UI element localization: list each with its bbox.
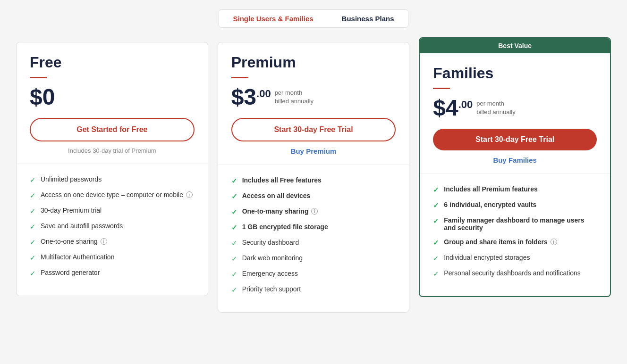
- cta-secondary-premium[interactable]: Buy Premium: [231, 147, 396, 155]
- feature-text: One-to-many sharingi: [242, 207, 318, 215]
- feature-item: ✓Security dashboard: [231, 239, 396, 248]
- feature-item: ✓Save and autofill passwords: [30, 222, 195, 231]
- feature-item: ✓Password generator: [30, 269, 195, 278]
- feature-text: Priority tech support: [242, 285, 301, 293]
- feature-text: 30-day Premium trial: [41, 207, 102, 214]
- info-icon[interactable]: i: [311, 208, 318, 215]
- plan-note-free: Includes 30-day trial of Premium: [30, 147, 195, 154]
- plan-card-free: Free$0Get Started for FreeIncludes 30-da…: [16, 42, 208, 296]
- price-row-free: $0: [30, 86, 195, 108]
- check-icon: ✓: [433, 270, 439, 278]
- price-period-premium: per monthbilled annually: [275, 89, 314, 106]
- check-icon: ✓: [231, 177, 237, 185]
- feature-item: ✓Priority tech support: [231, 285, 396, 294]
- tab-business-plans[interactable]: Business Plans: [328, 10, 408, 27]
- plan-divider-free: [30, 77, 47, 78]
- plan-name-premium: Premium: [231, 54, 396, 71]
- plan-header-premium: Premium$3.00per monthbilled annuallyStar…: [218, 42, 409, 165]
- info-icon[interactable]: i: [551, 239, 557, 245]
- check-icon: ✓: [30, 254, 36, 262]
- check-icon: ✓: [30, 176, 36, 184]
- check-icon: ✓: [231, 255, 237, 263]
- plans-container: Free$0Get Started for FreeIncludes 30-da…: [11, 42, 616, 313]
- info-icon[interactable]: i: [101, 238, 107, 245]
- feature-item: ✓Includes all Premium features: [433, 185, 597, 194]
- check-icon: ✓: [231, 192, 237, 201]
- feature-text: Group and share items in foldersi: [444, 238, 557, 246]
- cta-primary-premium[interactable]: Start 30-day Free Trial: [231, 118, 396, 141]
- check-icon: ✓: [30, 191, 36, 200]
- feature-text: Access on all devices: [242, 192, 311, 199]
- cta-secondary-families[interactable]: Buy Families: [433, 156, 597, 164]
- check-icon: ✓: [433, 186, 439, 194]
- feature-text: Save and autofill passwords: [41, 222, 123, 230]
- plan-features-free: ✓Unlimited passwords✓Access on one devic…: [17, 164, 208, 296]
- feature-text: 6 individual, encrypted vaults: [444, 201, 536, 208]
- feature-item: ✓6 individual, encrypted vaults: [433, 201, 597, 210]
- plan-name-free: Free: [30, 54, 195, 71]
- feature-text: Includes all Free features: [242, 176, 322, 184]
- feature-item: ✓Unlimited passwords: [30, 175, 195, 184]
- feature-text: Family manager dashboard to manage users…: [444, 216, 597, 232]
- check-icon: ✓: [30, 238, 36, 247]
- feature-item: ✓One-to-one sharingi: [30, 238, 195, 247]
- feature-text: Dark web monitoring: [242, 254, 303, 262]
- feature-text: One-to-one sharingi: [41, 238, 107, 245]
- feature-text: Access on one device type – computer or …: [41, 191, 193, 199]
- price-cents-premium: .00: [256, 88, 271, 100]
- check-icon: ✓: [433, 217, 439, 225]
- feature-item: ✓Family manager dashboard to manage user…: [433, 216, 597, 232]
- price-row-families: $4.00per monthbilled annually: [433, 97, 597, 119]
- feature-item: ✓Personal security dashboards and notifi…: [433, 269, 597, 278]
- price-period-families: per monthbilled annually: [476, 99, 515, 116]
- feature-text: Includes all Premium features: [444, 185, 537, 193]
- feature-item: ✓Group and share items in foldersi: [433, 238, 597, 247]
- plan-card-families: Best ValueFamilies$4.00per monthbilled a…: [419, 37, 611, 297]
- tab-single-users[interactable]: Single Users & Families: [219, 10, 328, 27]
- feature-item: ✓1 GB encrypted file storage: [231, 223, 396, 232]
- feature-text: 1 GB encrypted file storage: [242, 223, 328, 231]
- check-icon: ✓: [231, 239, 237, 248]
- plan-divider-premium: [231, 77, 248, 78]
- feature-item: ✓Includes all Free features: [231, 176, 396, 185]
- check-icon: ✓: [433, 254, 439, 263]
- feature-item: ✓Access on one device type – computer or…: [30, 191, 195, 200]
- feature-text: Unlimited passwords: [41, 175, 102, 183]
- feature-item: ✓Emergency access: [231, 270, 396, 279]
- feature-text: Multifactor Authentication: [41, 253, 114, 261]
- cta-primary-free[interactable]: Get Started for Free: [30, 118, 195, 141]
- feature-item: ✓Dark web monitoring: [231, 254, 396, 263]
- plan-tab-switcher: Single Users & Families Business Plans: [219, 9, 409, 28]
- plan-header-free: Free$0Get Started for FreeIncludes 30-da…: [17, 42, 208, 164]
- check-icon: ✓: [231, 270, 237, 279]
- feature-text: Password generator: [41, 269, 100, 276]
- price-main-families: $4: [433, 97, 458, 119]
- check-icon: ✓: [30, 223, 36, 231]
- feature-item: ✓30-day Premium trial: [30, 207, 195, 215]
- check-icon: ✓: [433, 239, 439, 247]
- plan-card-premium: Premium$3.00per monthbilled annuallyStar…: [218, 42, 410, 313]
- feature-text: Emergency access: [242, 270, 298, 277]
- check-icon: ✓: [30, 269, 36, 278]
- feature-text: Individual encrypted storages: [444, 254, 530, 261]
- plan-header-families: Families$4.00per monthbilled annuallySta…: [420, 53, 610, 174]
- plan-features-premium: ✓Includes all Free features✓Access on al…: [218, 165, 409, 312]
- check-icon: ✓: [231, 208, 237, 216]
- price-main-free: $0: [30, 86, 55, 108]
- plan-name-families: Families: [433, 65, 597, 82]
- feature-text: Security dashboard: [242, 239, 299, 246]
- best-value-banner: Best Value: [420, 38, 610, 53]
- check-icon: ✓: [231, 286, 237, 294]
- price-main-premium: $3: [231, 86, 256, 108]
- check-icon: ✓: [231, 223, 237, 232]
- cta-primary-families[interactable]: Start 30-day Free Trial: [433, 129, 597, 150]
- feature-text: Personal security dashboards and notific…: [444, 269, 581, 277]
- feature-item: ✓Multifactor Authentication: [30, 253, 195, 262]
- info-icon[interactable]: i: [186, 191, 193, 198]
- price-row-premium: $3.00per monthbilled annually: [231, 86, 396, 108]
- plan-divider-families: [433, 88, 450, 89]
- plan-features-families: ✓Includes all Premium features✓6 individ…: [420, 174, 610, 296]
- feature-item: ✓One-to-many sharingi: [231, 207, 396, 216]
- check-icon: ✓: [433, 201, 439, 210]
- feature-item: ✓Individual encrypted storages: [433, 254, 597, 263]
